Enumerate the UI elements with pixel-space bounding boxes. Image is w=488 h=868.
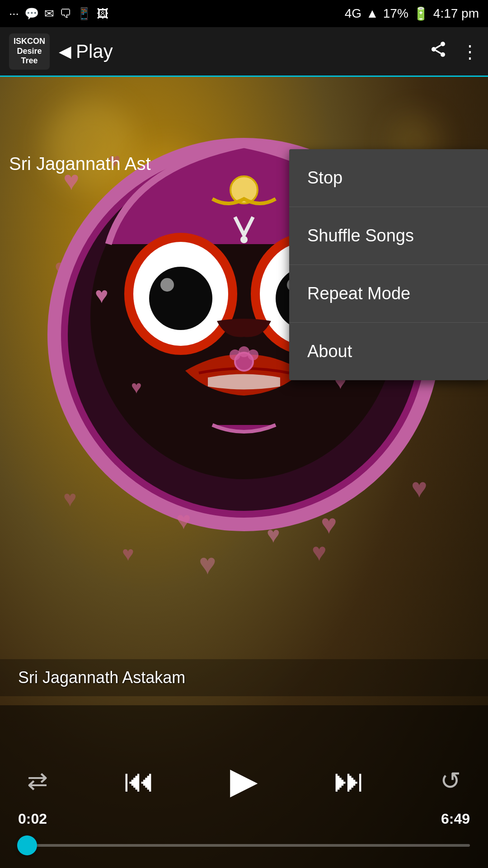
gallery-icon: 🖼 [97,7,108,21]
battery-percentage: 17% [383,6,408,21]
network-type: 4G [345,6,361,21]
back-button[interactable]: ◀ [59,42,71,61]
svg-point-0 [441,42,445,46]
chat-icon: 🗨 [60,7,71,21]
app-logo[interactable]: ISKCONDesireTree [9,33,50,70]
status-bar-left: ··· 💬 ✉ 🗨 📱 🖼 [9,7,108,21]
logo-text: ISKCONDesireTree [14,37,45,66]
gmail-icon: ✉ [44,7,54,21]
clock: 4:17 pm [433,6,479,21]
more-options-icon[interactable]: ⋮ [461,41,479,62]
svg-line-3 [436,51,441,54]
dropdown-overlay[interactable]: Stop Shuffle Songs Repeat Mode About [0,77,488,868]
signal-icon: ▲ [366,6,379,21]
main-content: ♥ ♥ ♥ ♥ ♥ ♥ ♥ ♥ ♥ ♥ ♥ ♥ ♥ ♥ [0,77,488,868]
status-bar: ··· 💬 ✉ 🗨 📱 🖼 4G ▲ 17% 🔋 4:17 pm [0,0,488,27]
menu-item-about[interactable]: About [289,323,488,380]
app-bar: ISKCONDesireTree ◀ Play ⋮ [0,27,488,77]
app-bar-actions: ⋮ [429,40,479,62]
menu-item-repeat[interactable]: Repeat Mode [289,265,488,323]
sms-icon: 💬 [24,7,39,21]
svg-line-4 [436,45,441,48]
menu-item-shuffle[interactable]: Shuffle Songs [289,207,488,265]
battery-icon: 🔋 [413,6,429,21]
share-icon[interactable] [429,40,447,62]
menu-item-stop[interactable]: Stop [289,149,488,207]
status-bar-right: 4G ▲ 17% 🔋 4:17 pm [345,6,479,21]
whatsapp-icon: 📱 [77,7,91,21]
page-title: Play [76,41,429,62]
dropdown-menu: Stop Shuffle Songs Repeat Mode About [289,149,488,380]
notification-dots-icon: ··· [9,7,19,21]
svg-point-2 [441,52,445,57]
svg-point-1 [432,47,436,52]
